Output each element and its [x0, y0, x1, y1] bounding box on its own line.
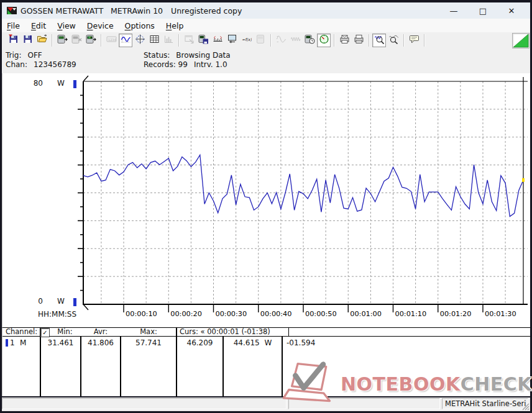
- chan-label: Chan:: [6, 60, 27, 69]
- interval-value: 1.0: [215, 60, 227, 69]
- import-file-button[interactable]: [6, 34, 20, 47]
- menu-item-help[interactable]: Help: [166, 20, 190, 32]
- numeric-display-icon: 1234: [106, 34, 117, 47]
- print-preview-button[interactable]: [337, 34, 351, 47]
- toolbar: 321M1234=f(x): [2, 32, 530, 49]
- open-file-button[interactable]: [35, 34, 48, 47]
- export-window-icon: [184, 34, 195, 47]
- maximize-button[interactable]: □: [470, 2, 495, 19]
- scale-settings-icon: [213, 34, 223, 47]
- zoom-out-curve-button[interactable]: [387, 34, 400, 47]
- cursor-view-icon: [135, 34, 145, 47]
- meter-dial-icon: [319, 34, 329, 47]
- zoom-in-curve-icon: [374, 34, 385, 47]
- metrawin-window: { "window": { "app_name": "GOSSEN METRAW…: [0, 0, 532, 413]
- y-axis-unit-bottom: W: [57, 297, 65, 306]
- export-window-button: [182, 34, 196, 47]
- scale-settings-button[interactable]: [211, 34, 224, 47]
- device-offline-button: [70, 34, 83, 47]
- status-label: Status:: [144, 51, 170, 60]
- device-config-icon: [255, 34, 266, 47]
- formula-button[interactable]: =f(x): [239, 34, 253, 47]
- histogram-view-button: [162, 34, 175, 47]
- channel-number: 1: [10, 338, 15, 347]
- chart-area: 00:00:1000:00:2000:00:3000:00:4000:00:50…: [2, 73, 530, 327]
- x-axis-label: 00:01:30: [485, 310, 516, 318]
- cursor1-marker-bottom: [83, 304, 88, 310]
- chart-view-button[interactable]: [119, 34, 132, 47]
- connection-indicator: [512, 33, 530, 48]
- monitor-settings-button[interactable]: [225, 34, 239, 47]
- wave-continuous-button: [288, 34, 302, 47]
- channel-values-panel: Channel: ✓ Min: Avr: Max: Curs: « 00:00:…: [2, 327, 530, 396]
- wave-single-button: [274, 34, 288, 47]
- header-divider: [2, 336, 530, 337]
- cursor-delta-value: -01.594: [287, 338, 315, 347]
- status-bar-left: [2, 398, 287, 409]
- menu-item-options[interactable]: Options: [125, 20, 161, 32]
- toolbar-separator: [369, 34, 370, 47]
- wave-single-icon: [276, 34, 287, 47]
- read-device-button[interactable]: 321: [55, 34, 69, 47]
- power-trend-chart[interactable]: 00:00:1000:00:2000:00:3000:00:4000:00:50…: [2, 73, 531, 327]
- avr-column-header: Avr:: [81, 328, 120, 336]
- min-column-header: Min:: [50, 328, 80, 336]
- channel-visible-checkbox[interactable]: ✓: [41, 329, 49, 337]
- toolbar-separator: [424, 34, 425, 47]
- close-button[interactable]: ✕: [499, 2, 524, 19]
- toolbar-separator: [334, 34, 335, 47]
- cursor2-unit: W: [264, 338, 272, 347]
- x-axis-label: 00:00:50: [305, 310, 337, 318]
- cursor-view-button[interactable]: [133, 34, 147, 47]
- trig-value: OFF: [28, 51, 42, 60]
- resize-grip[interactable]: [521, 402, 530, 411]
- numeric-display-button: 1234: [104, 34, 118, 47]
- store-device-button[interactable]: [196, 34, 210, 47]
- x-axis-label: 00:00:10: [126, 310, 157, 318]
- records-label: Records:: [144, 60, 176, 69]
- cursor2-sample-marker: [522, 178, 525, 182]
- toolbar-separator: [403, 34, 405, 47]
- meter-dial-button[interactable]: [317, 34, 331, 47]
- toolbar-separator: [178, 34, 180, 47]
- device-offline-icon: [71, 34, 82, 47]
- formula-icon: =f(x): [241, 34, 252, 47]
- channel-row-marker: [6, 339, 8, 347]
- device-memory-button[interactable]: M: [84, 34, 98, 47]
- menu-item-device[interactable]: Device: [87, 20, 120, 32]
- monitor-settings-icon: [227, 34, 237, 47]
- x-axis-label: 00:00:30: [216, 310, 247, 318]
- minimize-button[interactable]: —: [441, 2, 466, 19]
- max-value: 57.741: [121, 338, 176, 347]
- status-value: Browsing Data: [176, 51, 230, 60]
- x-axis-label: 00:00:40: [260, 310, 292, 318]
- avr-value: 41.806: [81, 338, 120, 347]
- status-bar: METRAHit Starline-Seri: [2, 397, 530, 411]
- chart-view-icon: [121, 34, 131, 47]
- svg-text:321: 321: [59, 37, 63, 39]
- menu-item-view[interactable]: View: [57, 20, 82, 32]
- menu-item-edit[interactable]: Edit: [31, 20, 52, 32]
- records-status: Records: 99Intrv. 1.0: [144, 60, 227, 69]
- channel-column-header: Channel:: [6, 328, 37, 336]
- status-bar-device: METRAHit Starline-Seri: [442, 398, 528, 409]
- save-file-button[interactable]: [21, 34, 34, 47]
- table-view-button[interactable]: [147, 34, 161, 47]
- wave-continuous-icon: [290, 34, 301, 47]
- print-button[interactable]: [352, 34, 365, 47]
- cursor-column-header: Curs: « 00:00:01 (-01:38): [180, 328, 270, 336]
- timer-device-button[interactable]: [303, 34, 316, 47]
- menu-item-file[interactable]: File: [7, 20, 26, 32]
- cursor1-marker-top: [83, 76, 88, 81]
- svg-text:1234: 1234: [108, 38, 116, 42]
- annotation-button[interactable]: [407, 34, 421, 47]
- channel-marker-bottom: [73, 298, 76, 306]
- x-axis-label: 00:01:10: [395, 310, 426, 318]
- zoom-in-curve-button[interactable]: [372, 34, 386, 47]
- channel-status: Chan:123456789: [6, 60, 76, 69]
- cursor2-value-cell: 44.615 W: [224, 338, 282, 347]
- timer-device-icon: [305, 34, 315, 47]
- time-axis-format-label: HH:MM:SS: [38, 310, 76, 319]
- x-axis-label: 00:01:20: [440, 310, 472, 318]
- svg-text:M: M: [88, 36, 91, 39]
